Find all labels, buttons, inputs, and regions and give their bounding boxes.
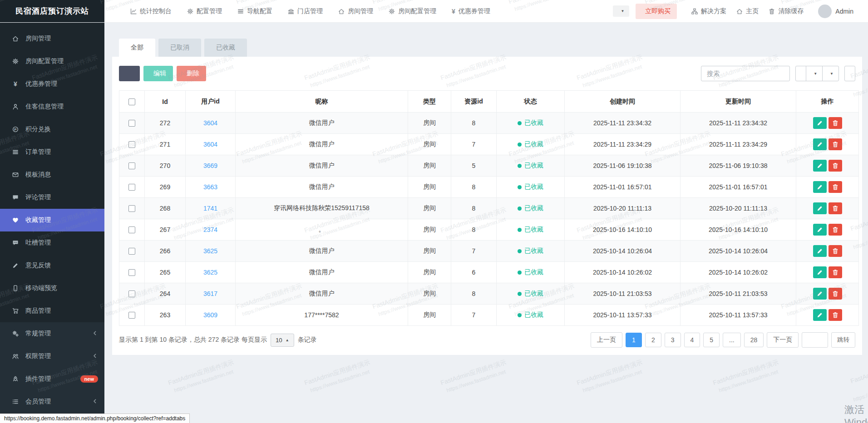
table-row[interactable]: 2672374。房间8已收藏2025-10-16 14:10:102025-10… <box>119 219 859 241</box>
row-delete-button[interactable] <box>829 224 842 236</box>
sidebar-item[interactable]: 权限管理 <box>0 345 104 368</box>
sidebar-item[interactable]: P积分兑换 <box>0 118 104 141</box>
page-jump-button[interactable]: 跳转 <box>831 332 855 348</box>
table-row[interactable]: 2723604微信用户房间8已收藏2025-11-11 23:34:322025… <box>119 113 859 134</box>
sidebar-item[interactable]: 住客信息管理 <box>0 95 104 118</box>
page-ellipsis[interactable]: ... <box>723 333 741 347</box>
page-button[interactable]: 3 <box>665 333 681 347</box>
user-id-link[interactable]: 3625 <box>203 269 217 276</box>
column-header[interactable]: 创建时间 <box>565 91 681 113</box>
table-row[interactable]: 2663625微信用户房间7已收藏2025-10-14 10:26:042025… <box>119 241 859 262</box>
sidebar-item[interactable]: 意见反馈 <box>0 254 104 277</box>
user-id-link[interactable]: 3669 <box>203 162 217 169</box>
page-button[interactable]: 2 <box>645 333 661 347</box>
row-edit-button[interactable] <box>813 266 827 278</box>
row-checkbox[interactable] <box>128 184 135 191</box>
tab-filter[interactable]: 已收藏 <box>204 39 247 57</box>
prev-page-button[interactable]: 上一页 <box>591 332 622 348</box>
sidebar-item[interactable]: 插件管理new <box>0 368 104 390</box>
export-button[interactable]: ▼ <box>822 66 839 81</box>
refresh-button[interactable] <box>119 66 140 81</box>
page-button[interactable]: 1 <box>626 333 642 347</box>
row-delete-button[interactable] <box>829 181 842 193</box>
column-header[interactable]: 更新时间 <box>681 91 796 113</box>
page-button[interactable]: 5 <box>703 333 720 347</box>
topnav-item[interactable]: 统计控制台 <box>123 0 179 23</box>
edit-button[interactable]: 编辑 <box>143 66 173 81</box>
user-id-link[interactable]: 2374 <box>203 226 217 233</box>
row-edit-button[interactable] <box>813 160 827 172</box>
table-row[interactable]: 2633609177****7582房间7已收藏2025-10-11 13:57… <box>119 305 859 326</box>
row-edit-button[interactable] <box>813 245 827 257</box>
topnav-item[interactable]: 解决方案 <box>690 0 728 23</box>
user-id-link[interactable]: 3604 <box>203 119 217 127</box>
page-button[interactable]: 4 <box>684 333 700 347</box>
sidebar-item[interactable]: 收藏管理 <box>0 209 104 231</box>
table-row[interactable]: 2653625微信用户房间6已收藏2025-10-14 10:26:022025… <box>119 262 859 283</box>
topnav-item[interactable]: 门店管理 <box>280 0 330 23</box>
row-edit-button[interactable] <box>813 181 827 193</box>
user-id-link[interactable]: 3663 <box>203 183 217 191</box>
topnav-item[interactable]: 房间管理 <box>330 0 381 23</box>
row-checkbox[interactable] <box>128 269 135 276</box>
page-button[interactable]: 28 <box>744 333 764 347</box>
row-edit-button[interactable] <box>813 117 827 129</box>
row-delete-button[interactable] <box>829 202 842 214</box>
tab-all[interactable]: 全部 <box>119 39 155 57</box>
sidebar-item[interactable]: 常规管理 <box>0 322 104 345</box>
row-delete-button[interactable] <box>829 266 842 278</box>
sidebar-item[interactable]: 移动端预览 <box>0 277 104 300</box>
sidebar-item[interactable]: 商品管理 <box>0 300 104 322</box>
row-checkbox[interactable] <box>128 141 135 148</box>
topnav-item[interactable]: 房间配置管理 <box>381 0 444 23</box>
search-button[interactable] <box>844 66 855 81</box>
columns-button[interactable]: ▼ <box>806 66 823 81</box>
sidebar-item[interactable]: 吐槽管理 <box>0 231 104 254</box>
topnav-item[interactable]: 主页 <box>735 0 760 23</box>
column-header[interactable]: 用户id <box>186 91 236 113</box>
topnav-item[interactable]: 清除缓存 <box>767 0 805 23</box>
table-row[interactable]: 2703669微信用户房间5已收藏2025-11-06 19:10:382025… <box>119 155 859 177</box>
buy-now-button[interactable]: 立即购买 <box>636 4 677 19</box>
topnav-item[interactable]: 导航配置 <box>230 0 280 23</box>
topnav-item[interactable]: ¥优惠券管理 <box>444 0 498 23</box>
select-all-checkbox[interactable] <box>128 98 135 105</box>
row-edit-button[interactable] <box>813 202 827 214</box>
row-edit-button[interactable] <box>813 224 827 236</box>
row-delete-button[interactable] <box>829 160 842 172</box>
row-edit-button[interactable] <box>813 309 827 321</box>
user-id-link[interactable]: 1741 <box>203 205 217 212</box>
row-delete-button[interactable] <box>829 138 842 150</box>
row-checkbox[interactable] <box>128 120 135 127</box>
column-header[interactable]: 类型 <box>408 91 451 113</box>
table-row[interactable]: 2643617微信用户房间8已收藏2025-10-11 21:03:532025… <box>119 283 859 305</box>
row-delete-button[interactable] <box>829 245 842 257</box>
row-delete-button[interactable] <box>829 309 842 321</box>
user-id-link[interactable]: 3625 <box>203 247 217 255</box>
table-row[interactable]: 2681741穿讯网络科技陈秋荣15259117158房间8已收藏2025-10… <box>119 198 859 219</box>
next-page-button[interactable]: 下一页 <box>767 332 799 348</box>
sidebar-item[interactable]: ¥优惠券管理 <box>0 73 104 95</box>
toggle-view-button[interactable] <box>795 66 806 81</box>
row-checkbox[interactable] <box>128 226 135 233</box>
row-checkbox[interactable] <box>128 248 135 255</box>
delete-button[interactable]: 删除 <box>177 66 206 81</box>
row-checkbox[interactable] <box>128 162 135 169</box>
row-edit-button[interactable] <box>813 288 827 300</box>
sidebar-item[interactable]: 模板消息 <box>0 163 104 186</box>
user-id-link[interactable]: 3604 <box>203 141 217 148</box>
column-header[interactable]: 资源id <box>451 91 497 113</box>
sidebar-item[interactable]: 房间管理 <box>0 27 104 50</box>
topnav-item[interactable]: 配置管理 <box>179 0 230 23</box>
table-row[interactable]: 2713604微信用户房间7已收藏2025-11-11 23:34:292025… <box>119 134 859 155</box>
row-delete-button[interactable] <box>829 117 842 129</box>
user-id-link[interactable]: 3609 <box>203 311 217 319</box>
more-menus-dropdown[interactable]: ▼ <box>613 5 629 17</box>
row-checkbox[interactable] <box>128 290 135 297</box>
tab-filter[interactable]: 已取消 <box>158 39 201 57</box>
column-header[interactable]: Id <box>145 91 186 113</box>
page-jump-input[interactable] <box>802 332 828 348</box>
column-header[interactable]: 状态 <box>497 91 565 113</box>
user-menu[interactable]: Admin <box>818 5 853 18</box>
table-row[interactable]: 2693663微信用户房间8已收藏2025-11-01 16:57:012025… <box>119 177 859 198</box>
